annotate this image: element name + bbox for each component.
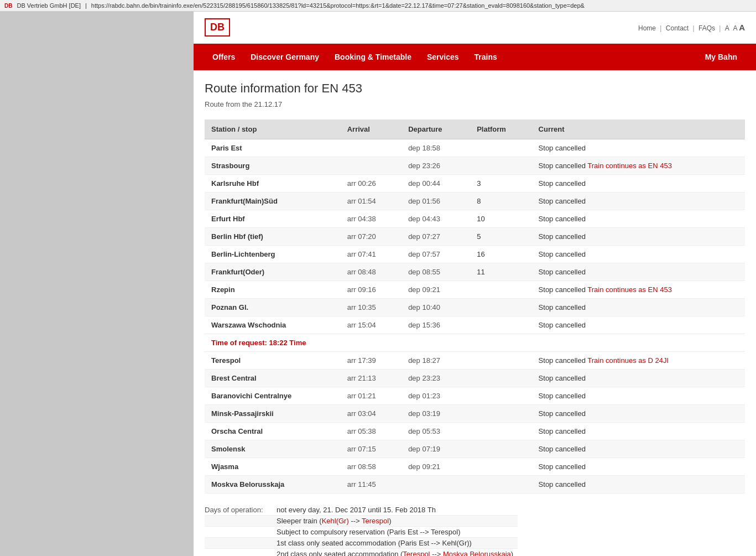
station-name: Erfurt Hbf [205, 210, 341, 228]
note-1: Sleeper train (Kehl(Gr) --> Terespol) [277, 516, 518, 527]
time-request-text: Time of request: 18:22 Time [211, 339, 306, 347]
table-row: Moskva Belorusskajaarr 11:45Stop cancell… [205, 476, 745, 493]
site-header: DB Home | Contact | FAQs | A A A [194, 12, 756, 44]
departure-time: dep 23:23 [402, 370, 470, 387]
arrival-time [341, 139, 402, 157]
table-row: Minsk-Passajirskiiarr 03:04dep 03:19Stop… [205, 405, 745, 423]
col-departure: Departure [402, 119, 470, 139]
departure-time: dep 01:23 [402, 387, 470, 405]
table-row: Rzepinarr 09:16dep 09:21Stop cancelled T… [205, 281, 745, 299]
arrival-time: arr 00:26 [341, 175, 402, 193]
page-tab-title: DB Vertrieb GmbH [DE] [17, 2, 81, 9]
page-title: Route information for EN 453 [205, 81, 745, 96]
notes-row-3: 1st class only seated accommodation (Par… [205, 538, 518, 549]
arrival-time: arr 21:13 [341, 370, 402, 387]
nav-booking-timetable[interactable]: Booking & Timetable [327, 44, 419, 70]
table-row: Smolenskarr 07:15dep 07:19Stop cancelled [205, 440, 745, 458]
station-name: Poznan Gl. [205, 299, 341, 316]
notes-row-4: 2nd class only seated accommodation (Ter… [205, 549, 518, 557]
station-name: Baranovichi Centralnye [205, 387, 341, 405]
current-status: Stop cancelled [532, 387, 745, 405]
col-current: Current [532, 119, 745, 139]
current-status: Stop cancelled [532, 228, 745, 246]
sep2: | [693, 24, 696, 32]
departure-time: dep 15:36 [402, 316, 470, 334]
current-status: Stop cancelled [532, 440, 745, 458]
table-row: Poznan Gl.arr 10:35dep 10:40Stop cancell… [205, 299, 745, 316]
notes-row-1: Sleeper train (Kehl(Gr) --> Terespol) [205, 516, 518, 527]
station-name: Rzepin [205, 281, 341, 299]
table-row: Berlin-Lichtenbergarr 07:41dep 07:5716St… [205, 246, 745, 263]
arrival-time: arr 08:58 [341, 458, 402, 476]
platform [470, 476, 531, 493]
current-status: Stop cancelled [532, 210, 745, 228]
stop-cancelled-text: Stop cancelled [539, 162, 586, 170]
main-content: Route information for EN 453 Route from … [194, 70, 756, 556]
platform [470, 316, 531, 334]
nav-trains[interactable]: Trains [467, 44, 505, 70]
current-status: Stop cancelled [532, 476, 745, 493]
departure-time: dep 03:19 [402, 405, 470, 423]
separator: | [85, 2, 87, 9]
platform: 5 [470, 228, 531, 246]
current-status: Stop cancelled [532, 423, 745, 440]
stop-cancelled-text: Stop cancelled [539, 445, 586, 453]
stop-cancelled-text: Stop cancelled [539, 463, 586, 471]
current-status: Stop cancelled [532, 299, 745, 316]
note-2: Subject to compulsory reservation (Paris… [277, 527, 518, 538]
station-name: Moskva Belorusskaja [205, 476, 341, 493]
current-status: Stop cancelled [532, 405, 745, 423]
stop-cancelled-text: Stop cancelled [539, 144, 586, 152]
db-logo[interactable]: DB [205, 18, 230, 37]
platform: 16 [470, 246, 531, 263]
current-status: Stop cancelled [532, 316, 745, 334]
terespol-link2[interactable]: Terespol [403, 550, 430, 556]
font-small-link[interactable]: A [725, 24, 729, 32]
header-links: Home | Contact | FAQs | A A A [636, 23, 745, 32]
faqs-link[interactable]: FAQs [698, 24, 715, 32]
stop-cancelled-text: Stop cancelled [539, 409, 586, 418]
station-name: Berlin-Lichtenberg [205, 246, 341, 263]
stop-cancelled-text: Stop cancelled [539, 232, 586, 241]
home-link[interactable]: Home [638, 24, 656, 32]
kehl-link[interactable]: Kehl(Gr) [322, 517, 349, 525]
current-status: Stop cancelled [532, 139, 745, 157]
arrival-time: arr 01:21 [341, 387, 402, 405]
nav-my-bahn[interactable]: My Bahn [697, 44, 745, 70]
nav-services[interactable]: Services [419, 44, 467, 70]
arrival-time [341, 157, 402, 175]
station-name: Berlin Hbf (tief) [205, 228, 341, 246]
current-status: Stop cancelled [532, 193, 745, 210]
departure-time: dep 07:27 [402, 228, 470, 246]
nav-offers[interactable]: Offers [205, 44, 243, 70]
station-name: Wjasma [205, 458, 341, 476]
nav-discover-germany[interactable]: Discover Germany [243, 44, 327, 70]
train-continues-text: Train continues as D 24JI [587, 356, 669, 365]
arrival-time: arr 05:38 [341, 423, 402, 440]
col-platform: Platform [470, 119, 531, 139]
stop-cancelled-text: Stop cancelled [539, 179, 586, 188]
time-request-row: Time of request: 18:22 Time [205, 334, 745, 352]
arrival-time: arr 07:41 [341, 246, 402, 263]
font-medium-link[interactable]: A [733, 24, 737, 32]
notes-label-empty [205, 516, 277, 527]
current-status: Stop cancelled [532, 263, 745, 281]
note-3: 1st class only seated accommodation (Par… [277, 538, 518, 549]
footer-info: Days of operation: not every day, 21. De… [205, 505, 745, 556]
contact-link[interactable]: Contact [666, 24, 689, 32]
stop-cancelled-text: Stop cancelled [539, 197, 586, 205]
station-name: Strasbourg [205, 157, 341, 175]
font-large-link[interactable]: A [739, 23, 745, 32]
moskva-link[interactable]: Moskva Belorusskaja [443, 550, 511, 556]
departure-time: dep 18:27 [402, 352, 470, 370]
route-table: Station / stop Arrival Departure Platfor… [205, 119, 745, 493]
departure-time: dep 04:43 [402, 210, 470, 228]
days-operation-row: Days of operation: not every day, 21. De… [205, 505, 518, 516]
stop-cancelled-text: Stop cancelled [539, 356, 586, 365]
station-name: Smolensk [205, 440, 341, 458]
terespol-link[interactable]: Terespol [362, 517, 389, 525]
arrival-time: arr 08:48 [341, 263, 402, 281]
departure-time: dep 00:44 [402, 175, 470, 193]
platform [470, 157, 531, 175]
sep1: | [660, 24, 663, 32]
